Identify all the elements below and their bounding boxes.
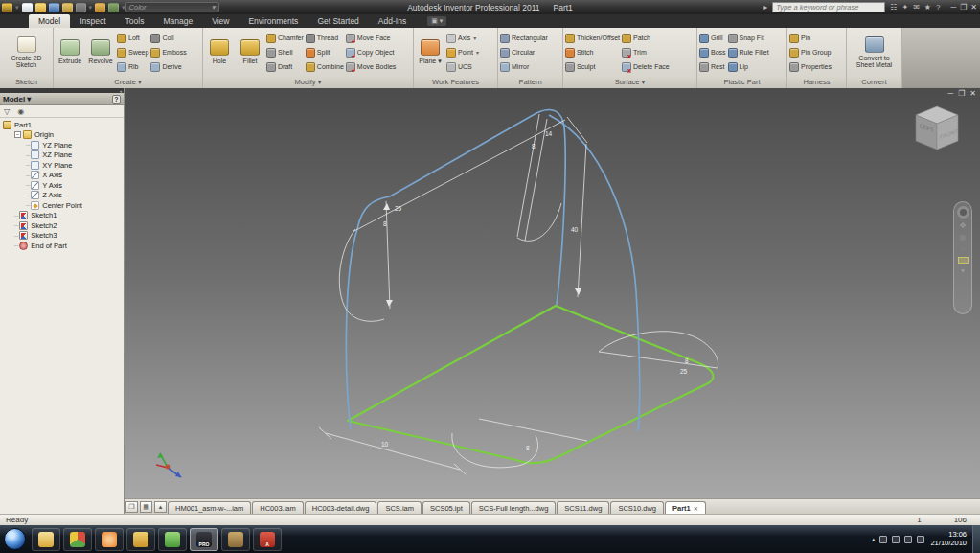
tab-get-started[interactable]: Get Started [308,14,368,28]
more-tools-icon[interactable]: ▾ [961,267,965,275]
view-cube[interactable]: LEFT FRONT [909,102,965,157]
button-boss[interactable]: Boss [699,46,726,59]
button-shell[interactable]: Shell [266,46,304,59]
button-axis[interactable]: Axis▾ [446,32,479,45]
inventor-logo-icon[interactable] [2,3,12,12]
show-desktop-button[interactable] [972,525,980,553]
tree-item-origin[interactable]: −Origin [0,130,124,141]
chrome-icon[interactable] [63,528,92,551]
panel-label-surface[interactable]: Surface ▾ [563,77,696,88]
panel-label-plastic-part[interactable]: Plastic Part [697,77,786,88]
zoom-icon[interactable]: ◎ [960,234,967,242]
tree-expander[interactable]: − [14,131,21,138]
dimension-label[interactable]: 8 [526,445,530,451]
tree-item-sketch1[interactable]: ─Sketch1 [0,211,124,221]
button-combine[interactable]: Combine [306,60,344,74]
dimension-label[interactable]: 40 [571,226,579,233]
snagit-icon[interactable] [221,528,250,551]
dimension-label[interactable]: 14 [545,130,553,137]
action-center-icon[interactable] [879,536,887,543]
button-emboss[interactable]: Emboss [150,46,186,59]
tree-item-yz-plane[interactable]: ─YZ Plane [0,140,124,150]
button-lip[interactable]: Lip [728,60,769,74]
tab-model[interactable]: Model [29,14,70,28]
button-draft[interactable]: Draft [266,60,304,74]
button-sculpt[interactable]: Sculpt [565,60,620,74]
button-circular[interactable]: Circular [500,46,548,59]
doc-minimize-button[interactable]: ─ [947,89,953,98]
chevron-down-icon[interactable]: ▾ [473,35,476,41]
button-thread[interactable]: Thread [306,32,344,45]
expand-tabs-icon[interactable]: ▴ [154,501,167,513]
button-snap-fit[interactable]: Snap Fit [728,32,769,45]
orbit-icon[interactable]: ◌ [961,245,966,253]
tree-item-sketch3[interactable]: ─Sketch3 [0,231,124,242]
panel-label-work-features[interactable]: Work Features [414,77,497,88]
adobe-reader-icon[interactable]: A [253,528,282,551]
open-folder-icon[interactable] [35,3,46,12]
doc-tab-hc003-detail-dwg[interactable]: HC003-detail.dwg [305,501,377,514]
button-extrude[interactable]: Extrude [56,38,84,66]
redo-icon[interactable] [76,3,86,12]
minimize-button[interactable]: ─ [950,3,956,12]
browser-header[interactable]: Model ▾ ? [0,93,124,105]
tree-item-z-axis[interactable]: ─Z Axis [0,191,124,201]
panel-toggle-icon[interactable]: ▸ [763,3,767,12]
dimension-label[interactable]: 8 [685,357,689,364]
button-rib[interactable]: Rib [117,60,148,74]
dimension-label[interactable]: 25 [395,205,402,212]
doc-tab-scs11-dwg[interactable]: SCS11.dwg [557,501,609,514]
volume-icon[interactable] [917,536,924,543]
button-chamfer[interactable]: Chamfer [266,32,304,45]
clipboard-icon[interactable] [892,536,900,543]
start-button[interactable] [4,528,26,550]
button-hole[interactable]: Hole [205,38,234,66]
favorites-icon[interactable]: ★ [924,3,931,12]
button-trim[interactable]: xTrim [622,46,670,59]
undo-icon[interactable] [62,3,73,12]
button-split[interactable]: Split [306,46,344,59]
tree-item-y-axis[interactable]: ─Y Axis [0,180,124,191]
panel-label-harness[interactable]: Harness [787,77,846,88]
tree-item-center-point[interactable]: ─Center Point [0,200,124,211]
save-icon[interactable] [49,3,59,12]
tree-item-x-axis[interactable]: ─X Axis [0,171,124,181]
help-search-input[interactable]: Type a keyword or phrase [772,2,885,12]
tree-item-end-of-part[interactable]: ─End of Part [0,241,124,251]
doc-tab-hc003-iam[interactable]: HC003.iam [252,501,304,514]
button-sweep[interactable]: Sweep [117,46,148,59]
button-coil[interactable]: Coil [150,32,186,45]
button-fillet[interactable]: Fillet [236,38,264,66]
inventor-pro-icon[interactable]: PRO [190,528,218,551]
dimension-label[interactable]: 10 [381,441,389,448]
search-community-icon[interactable]: ☷ [890,3,897,12]
button-move-face[interactable]: +Move Face [346,32,396,45]
doc-tab-scs10-dwg[interactable]: SCS10.dwg [610,501,664,514]
panel-label-modify[interactable]: Modify ▾ [203,77,413,88]
button-ucs[interactable]: UCS [446,60,479,74]
update-icon[interactable] [95,3,105,12]
button-rule-fillet[interactable]: Rule Fillet [728,46,769,59]
select-icon[interactable] [108,3,119,12]
doc-close-button[interactable]: ✕ [969,89,976,98]
button-mirror[interactable]: Mirror [500,60,548,74]
render-style-icon[interactable]: ▣ ▾ [427,16,446,26]
doc-tab-part1[interactable]: Part1✕ [665,501,706,514]
button-properties[interactable]: Properties [789,60,832,74]
find-icon[interactable]: ◉ [17,107,24,116]
help-icon[interactable]: ? [936,3,940,12]
dimension-label[interactable]: 25 [680,368,688,375]
doc-tab-hm001-asm-w-iam[interactable]: HM001_asm-w-...iam [168,501,251,514]
button-convert-to-sheet-metal[interactable]: Convert to Sheet Metal [849,35,900,70]
tab-add-ins[interactable]: Add-Ins [369,14,416,28]
button-thicken-offset[interactable]: Thicken/Offset [565,32,620,45]
button-rectangular[interactable]: Rectangular [500,32,548,45]
button-move-bodies[interactable]: +Move Bodies [346,60,396,74]
color-combo[interactable]: Color ▾ [125,2,219,12]
filter-icon[interactable]: ▽ [4,107,10,116]
doc-tab-scs-iam[interactable]: SCS.iam [377,501,422,514]
button-patch[interactable]: Patch [622,32,670,45]
doc-tab-scs-full-length-dwg[interactable]: SCS-Full length...dwg [471,501,557,514]
button-loft[interactable]: Loft [117,32,148,45]
new-file-icon[interactable] [22,3,33,12]
